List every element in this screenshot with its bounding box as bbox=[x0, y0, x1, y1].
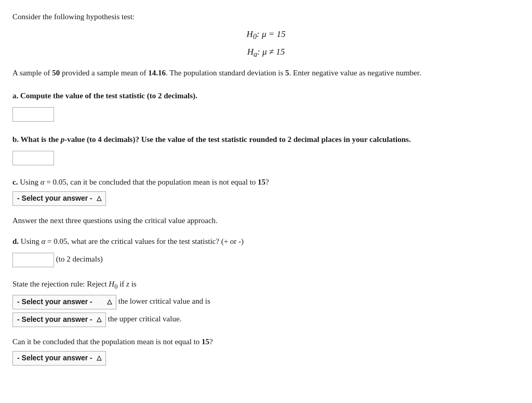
part-d-input-row: (to 2 decimals) bbox=[12, 251, 520, 269]
ha-line: Ha: μ ≠ 15 bbox=[12, 45, 520, 60]
part-d-input[interactable] bbox=[12, 253, 54, 267]
part-b: b. What is the p-value (to 4 decimals)? … bbox=[12, 133, 520, 167]
rejection-rule: State the rejection rule: Reject H0 if z… bbox=[12, 278, 520, 327]
critical-intro-text: Answer the next three questions using th… bbox=[12, 214, 520, 227]
rejection-rule-row2: - Select your answer - △ the upper criti… bbox=[12, 313, 520, 327]
part-a-input[interactable] bbox=[12, 107, 54, 122]
rejection-rule-text: State the rejection rule: Reject H0 if z… bbox=[12, 278, 520, 292]
part-b-label: b. What is the p-value (to 4 decimals)? … bbox=[12, 133, 520, 146]
conclusion-text: Can it be concluded that the population … bbox=[12, 335, 520, 348]
conclusion: Can it be concluded that the population … bbox=[12, 335, 520, 366]
part-c-dropdown-arrow: △ bbox=[97, 193, 101, 203]
conclusion-dropdown-arrow: △ bbox=[97, 353, 101, 363]
part-d-suffix: (to 2 decimals) bbox=[56, 255, 103, 263]
rejection-rule-suffix: the upper critical value. bbox=[108, 315, 182, 323]
part-b-input[interactable] bbox=[12, 151, 54, 165]
part-c-dropdown-label: - Select your answer - bbox=[17, 192, 92, 204]
rejection-rule-dropdown2-arrow: △ bbox=[97, 315, 101, 324]
part-a-bold: a. bbox=[12, 92, 18, 100]
intro-text: Consider the following hypothesis test: bbox=[12, 10, 520, 23]
conclusion-dropdown[interactable]: - Select your answer - △ bbox=[12, 351, 106, 366]
rejection-rule-dropdown1[interactable]: - Select your answer - △ bbox=[12, 295, 116, 309]
part-d-text: d. Using α = 0.05, what are the critical… bbox=[12, 235, 520, 248]
rejection-rule-dropdown1-arrow: △ bbox=[107, 297, 112, 307]
part-c: c. Using α = 0.05, can it be concluded t… bbox=[12, 176, 520, 206]
sample-size: 50 bbox=[52, 69, 60, 77]
part-c-dropdown[interactable]: - Select your answer - △ bbox=[12, 191, 106, 206]
rejection-rule-dropdown2[interactable]: - Select your answer - △ bbox=[12, 313, 106, 327]
std-dev: 5 bbox=[285, 69, 289, 77]
main-content: Consider the following hypothesis test: … bbox=[12, 10, 520, 366]
rejection-rule-dropdown2-label: - Select your answer - bbox=[17, 314, 92, 325]
hypothesis-block: H0: μ = 15 Ha: μ ≠ 15 bbox=[12, 27, 520, 60]
part-a: a. Compute the value of the test statist… bbox=[12, 89, 520, 124]
part-d: d. Using α = 0.05, what are the critical… bbox=[12, 235, 520, 269]
h0-line: H0: μ = 15 bbox=[12, 27, 520, 43]
sample-description: A sample of 50 provided a sample mean of… bbox=[12, 67, 520, 80]
part-a-label: a. Compute the value of the test statist… bbox=[12, 89, 520, 102]
critical-value-intro: Answer the next three questions using th… bbox=[12, 214, 520, 227]
part-c-text: c. Using α = 0.05, can it be concluded t… bbox=[12, 176, 520, 188]
conclusion-dropdown-label: - Select your answer - bbox=[17, 352, 92, 363]
sample-mean: 14.16 bbox=[148, 69, 166, 77]
rejection-rule-dropdown1-label: - Select your answer - bbox=[17, 296, 92, 307]
